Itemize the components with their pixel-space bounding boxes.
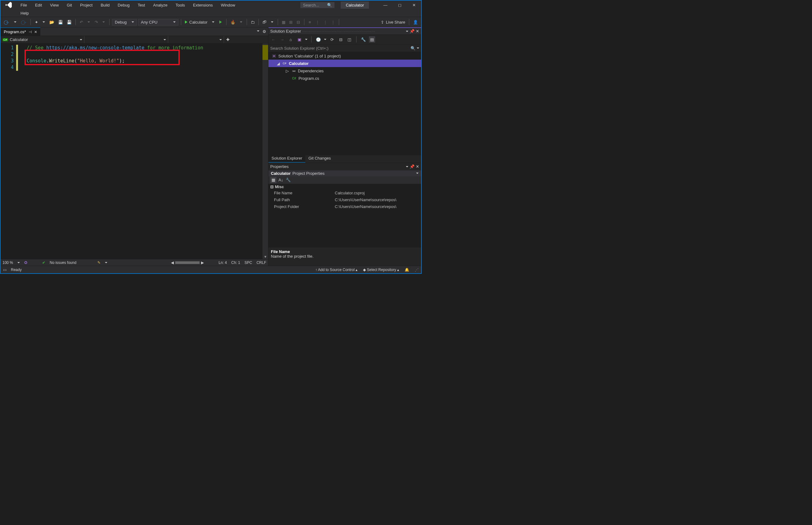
property-value[interactable]: Calculator.csproj	[333, 190, 421, 196]
intellicode-icon[interactable]: ✪	[24, 260, 27, 265]
auto-hide-button[interactable]: 📌	[409, 164, 415, 169]
minimize-button[interactable]: —	[378, 1, 392, 9]
pin-tab-button[interactable]: ⊣	[29, 30, 32, 34]
new-project-button[interactable]: ✦	[33, 19, 40, 25]
nav-back-dropdown[interactable]	[12, 21, 18, 23]
menu-debug[interactable]: Debug	[114, 2, 133, 9]
menu-project[interactable]: Project	[76, 2, 96, 9]
error-nav-icon[interactable]: ✎	[97, 260, 100, 265]
menu-build[interactable]: Build	[97, 2, 113, 9]
solution-config-combo[interactable]: Debug	[112, 19, 137, 26]
save-button[interactable]: 💾	[57, 19, 64, 25]
output-indicator-icon[interactable]: ▭	[3, 268, 6, 272]
menu-analyze[interactable]: Analyze	[149, 2, 171, 9]
properties-header[interactable]: Properties 📌 ✕	[268, 163, 421, 170]
expander-icon[interactable]: ◢	[277, 61, 280, 66]
properties-category[interactable]: ⊟Misc	[268, 184, 421, 190]
property-row[interactable]: Project FolderC:\Users\UserName\source\r…	[268, 204, 421, 210]
close-tab-button[interactable]: ✕	[34, 30, 37, 34]
start-target-dropdown[interactable]	[210, 21, 216, 23]
se-home-button[interactable]: ⌂	[287, 36, 294, 43]
menu-help[interactable]: Help	[17, 10, 33, 17]
hscroll-left[interactable]: ◀	[171, 260, 174, 265]
solution-node[interactable]: 🞻 Solution 'Calculator' (1 of 1 project)	[268, 52, 421, 60]
select-repository-button[interactable]: ◆ Select Repository ▴	[363, 268, 399, 272]
window-position-button[interactable]	[406, 31, 408, 32]
open-file-button[interactable]: 📂	[48, 19, 56, 25]
se-properties-button[interactable]: 🔧	[360, 36, 366, 43]
categorized-button[interactable]: ▦	[270, 177, 277, 183]
live-share-button[interactable]: ⇪Live Share	[379, 19, 406, 25]
menu-window[interactable]: Window	[217, 2, 239, 9]
code-body[interactable]: // See https://aka.ms/new-console-templa…	[16, 43, 263, 259]
search-options-dropdown[interactable]	[417, 47, 419, 49]
nav-back-button[interactable]: ◯←	[2, 19, 11, 25]
zoom-dropdown[interactable]	[17, 262, 20, 263]
menu-view[interactable]: View	[46, 2, 62, 9]
tab-git-changes[interactable]: Git Changes	[305, 155, 334, 163]
quick-search-input[interactable]: Search... 🔍	[300, 2, 334, 8]
menu-tools[interactable]: Tools	[172, 2, 189, 9]
scroll-down-icon[interactable]: ▾	[263, 254, 268, 259]
alphabetical-button[interactable]: A↓	[278, 177, 284, 183]
property-row[interactable]: Full PathC:\Users\UserName\source\repos\	[268, 196, 421, 204]
start-debugging-button[interactable]: Calculator	[184, 19, 209, 25]
dependencies-node[interactable]: ▷ ⫘ Dependencies	[268, 67, 421, 75]
close-panel-button[interactable]: ✕	[416, 29, 419, 33]
whitespace-mode[interactable]: SPC	[245, 260, 252, 265]
browser-link-button[interactable]: 🗗	[261, 19, 268, 25]
caret-col[interactable]: Ch: 1	[231, 260, 240, 265]
auto-hide-button[interactable]: 📌	[409, 29, 415, 33]
new-project-dropdown[interactable]	[41, 21, 47, 23]
editor-scrollbar[interactable]: ▴ ▾	[263, 43, 268, 259]
close-panel-button[interactable]: ✕	[416, 164, 419, 169]
close-button[interactable]: ✕	[407, 1, 421, 9]
se-preview-button[interactable]: ▤	[369, 36, 375, 43]
window-position-button[interactable]	[406, 166, 408, 167]
nav-member-combo[interactable]	[168, 36, 224, 43]
collapse-icon[interactable]: ⊟	[270, 184, 274, 189]
menu-extensions[interactable]: Extensions	[189, 2, 217, 9]
se-collapse-all-button[interactable]: ⊟	[338, 36, 344, 43]
hot-reload-dropdown[interactable]	[238, 21, 244, 23]
se-sync-button[interactable]: ⟳	[329, 36, 335, 43]
menu-edit[interactable]: Edit	[31, 2, 46, 9]
menu-test[interactable]: Test	[134, 2, 149, 9]
add-to-source-control-button[interactable]: ↑ Add to Source Control ▴	[315, 268, 357, 272]
zoom-level[interactable]: 100 %	[2, 260, 13, 265]
hscroll-right[interactable]: ▶	[201, 260, 204, 265]
notifications-button[interactable]: 🔔	[405, 268, 409, 272]
active-files-dropdown[interactable]	[257, 30, 260, 32]
property-value[interactable]: C:\Users\UserName\source\repos\	[333, 204, 421, 210]
start-without-debugging-button[interactable]	[218, 20, 224, 24]
se-pending-changes-dropdown[interactable]	[324, 39, 326, 40]
properties-grid[interactable]: ⊟Misc File NameCalculator.csprojFull Pat…	[268, 184, 421, 247]
se-switch-views-dropdown[interactable]	[305, 39, 308, 40]
property-pages-button[interactable]: 🔧	[285, 177, 291, 183]
maximize-button[interactable]: ◻	[392, 1, 407, 9]
menu-git[interactable]: Git	[63, 2, 76, 9]
property-value[interactable]: C:\Users\UserName\source\repos\	[333, 196, 421, 204]
hscroll-thumb[interactable]	[175, 261, 200, 264]
line-endings[interactable]: CRLF	[256, 260, 266, 265]
code-editor[interactable]: 1234 // See https://aka.ms/new-console-t…	[1, 43, 268, 259]
hot-reload-button[interactable]: 🔥	[229, 19, 237, 25]
solution-explorer-search[interactable]: Search Solution Explorer (Ctrl+;) 🔍	[268, 44, 421, 52]
resize-grip-icon[interactable]: ⋰	[415, 268, 419, 272]
find-in-files-button[interactable]: 🗀	[249, 19, 256, 25]
expander-icon[interactable]: ▷	[285, 69, 289, 73]
nav-project-combo[interactable]: C# Calculator	[1, 36, 84, 43]
solution-explorer-tree[interactable]: 🞻 Solution 'Calculator' (1 of 1 project)…	[268, 52, 421, 155]
account-button[interactable]: 👤	[412, 19, 419, 25]
se-pending-changes-button[interactable]: 🕘	[315, 36, 322, 43]
solution-platform-combo[interactable]: Any CPU	[138, 19, 178, 26]
no-issues-label[interactable]: No issues found	[50, 260, 76, 265]
split-editor-button[interactable]: ✚	[224, 36, 232, 43]
property-row[interactable]: File NameCalculator.csproj	[268, 190, 421, 196]
solution-explorer-header[interactable]: Solution Explorer ······················…	[268, 27, 421, 35]
browser-link-dropdown[interactable]	[269, 21, 275, 23]
tab-solution-explorer[interactable]: Solution Explorer	[268, 155, 305, 163]
save-all-button[interactable]: 💾	[65, 19, 73, 25]
tab-options-button[interactable]: ⚙	[263, 29, 266, 34]
document-tab-programcs[interactable]: Program.cs* ⊣ ✕	[1, 27, 40, 36]
